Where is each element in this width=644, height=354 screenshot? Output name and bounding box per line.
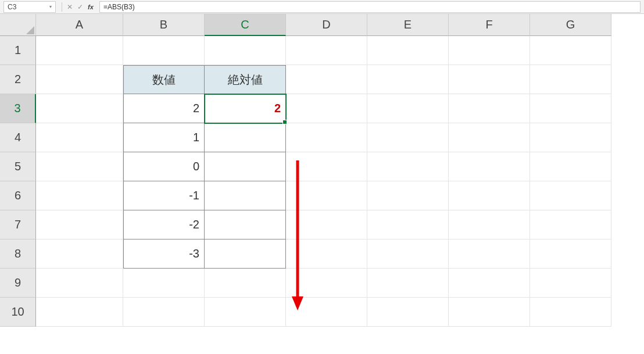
cell-D1[interactable] <box>286 36 367 65</box>
cell-C1[interactable] <box>205 36 286 65</box>
cell-B10[interactable] <box>123 298 205 327</box>
cell-E9[interactable] <box>367 269 449 298</box>
col-header-C[interactable]: C <box>205 14 286 36</box>
row-header-1[interactable]: 1 <box>0 36 36 65</box>
cell-A8[interactable] <box>36 239 123 269</box>
cell-C3[interactable]: 2 <box>205 94 286 123</box>
cell-G6[interactable] <box>530 181 611 210</box>
cell-F5[interactable] <box>449 152 530 181</box>
row-header-9[interactable]: 9 <box>0 269 36 298</box>
cell-F1[interactable] <box>449 36 530 65</box>
spreadsheet-grid[interactable]: A B C D E F G 1 2 数値 絶対値 3 2 2 <box>0 14 644 327</box>
separator <box>62 2 62 12</box>
cell-B8[interactable]: -3 <box>123 239 205 269</box>
cell-A6[interactable] <box>36 181 123 210</box>
cell-E7[interactable] <box>367 210 449 239</box>
row-header-7[interactable]: 7 <box>0 210 36 239</box>
col-header-B[interactable]: B <box>123 14 205 36</box>
cell-E2[interactable] <box>367 65 449 94</box>
col-header-E[interactable]: E <box>367 14 449 36</box>
cell-B6[interactable]: -1 <box>123 181 205 210</box>
row-header-5[interactable]: 5 <box>0 152 36 181</box>
cell-G3[interactable] <box>530 94 611 123</box>
fx-icon[interactable]: fx <box>85 3 96 10</box>
cell-B1[interactable] <box>123 36 205 65</box>
cell-C9[interactable] <box>205 269 286 298</box>
cell-A5[interactable] <box>36 152 123 181</box>
cell-C8[interactable] <box>205 239 286 269</box>
cell-A9[interactable] <box>36 269 123 298</box>
cell-F4[interactable] <box>449 123 530 152</box>
cell-D3[interactable] <box>286 94 367 123</box>
cell-F2[interactable] <box>449 65 530 94</box>
cell-C10[interactable] <box>205 298 286 327</box>
cell-G1[interactable] <box>530 36 611 65</box>
cell-D8[interactable] <box>286 239 367 269</box>
cell-E6[interactable] <box>367 181 449 210</box>
cell-D9[interactable] <box>286 269 367 298</box>
cell-B5[interactable]: 0 <box>123 152 205 181</box>
col-header-F[interactable]: F <box>449 14 530 36</box>
name-box-value: C3 <box>8 3 16 11</box>
cell-A2[interactable] <box>36 65 123 94</box>
cell-F3[interactable] <box>449 94 530 123</box>
cell-B2[interactable]: 数値 <box>123 65 205 94</box>
cell-F10[interactable] <box>449 298 530 327</box>
formula-bar: C3 ▾ ✕ ✓ fx =ABS(B3) <box>0 0 644 14</box>
col-header-A[interactable]: A <box>36 14 123 36</box>
cell-G2[interactable] <box>530 65 611 94</box>
cell-D6[interactable] <box>286 181 367 210</box>
confirm-icon[interactable]: ✓ <box>75 3 85 11</box>
cell-D2[interactable] <box>286 65 367 94</box>
cell-F9[interactable] <box>449 269 530 298</box>
col-header-G[interactable]: G <box>530 14 611 36</box>
row-header-2[interactable]: 2 <box>0 65 36 94</box>
cell-E10[interactable] <box>367 298 449 327</box>
cell-A4[interactable] <box>36 123 123 152</box>
cell-G5[interactable] <box>530 152 611 181</box>
cell-E1[interactable] <box>367 36 449 65</box>
select-all-corner[interactable] <box>0 14 36 36</box>
cell-C6[interactable] <box>205 181 286 210</box>
cell-A7[interactable] <box>36 210 123 239</box>
formula-input[interactable]: =ABS(B3) <box>99 1 641 13</box>
cell-E5[interactable] <box>367 152 449 181</box>
row-header-3[interactable]: 3 <box>0 94 36 123</box>
cell-D7[interactable] <box>286 210 367 239</box>
formula-text: =ABS(B3) <box>103 3 135 11</box>
cell-G8[interactable] <box>530 239 611 269</box>
chevron-down-icon[interactable]: ▾ <box>49 4 52 9</box>
cell-D10[interactable] <box>286 298 367 327</box>
row-header-10[interactable]: 10 <box>0 298 36 327</box>
cell-G4[interactable] <box>530 123 611 152</box>
cell-A1[interactable] <box>36 36 123 65</box>
cell-C7[interactable] <box>205 210 286 239</box>
cell-B7[interactable]: -2 <box>123 210 205 239</box>
cancel-icon[interactable]: ✕ <box>65 3 75 11</box>
cell-C5[interactable] <box>205 152 286 181</box>
cell-E4[interactable] <box>367 123 449 152</box>
cell-D4[interactable] <box>286 123 367 152</box>
cell-C2[interactable]: 絶対値 <box>205 65 286 94</box>
cell-B9[interactable] <box>123 269 205 298</box>
cell-F7[interactable] <box>449 210 530 239</box>
cell-C4[interactable] <box>205 123 286 152</box>
cell-F6[interactable] <box>449 181 530 210</box>
cell-G9[interactable] <box>530 269 611 298</box>
col-header-D[interactable]: D <box>286 14 367 36</box>
cell-E3[interactable] <box>367 94 449 123</box>
cell-F8[interactable] <box>449 239 530 269</box>
cell-E8[interactable] <box>367 239 449 269</box>
cell-A10[interactable] <box>36 298 123 327</box>
row-header-8[interactable]: 8 <box>0 239 36 269</box>
cell-D5[interactable] <box>286 152 367 181</box>
cell-G10[interactable] <box>530 298 611 327</box>
cell-A3[interactable] <box>36 94 123 123</box>
row-header-4[interactable]: 4 <box>0 123 36 152</box>
svg-marker-0 <box>26 26 34 34</box>
cell-B3[interactable]: 2 <box>123 94 205 123</box>
name-box[interactable]: C3 ▾ <box>3 1 56 13</box>
cell-B4[interactable]: 1 <box>123 123 205 152</box>
row-header-6[interactable]: 6 <box>0 181 36 210</box>
cell-G7[interactable] <box>530 210 611 239</box>
